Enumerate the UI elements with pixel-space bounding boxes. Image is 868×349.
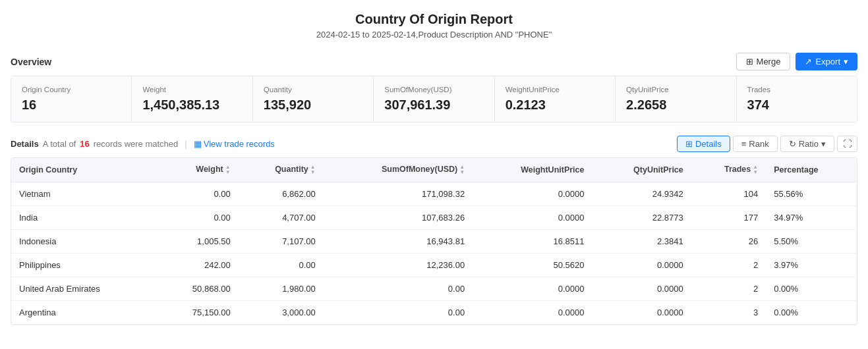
tab-rank[interactable]: ≡ Rank bbox=[733, 136, 778, 152]
stat-card-qtyunitprice: QtyUnitPrice 2.2658 bbox=[616, 76, 736, 122]
col-header-weight_unit_price: WeightUnitPrice bbox=[473, 158, 592, 182]
overview-actions: ⊞ Merge ↗ Export ▾ bbox=[736, 53, 857, 70]
cell-weight: 1,005.50 bbox=[157, 230, 238, 254]
cell-qty_unit_price: 22.8773 bbox=[592, 206, 691, 230]
cell-qty_unit_price: 0.0000 bbox=[592, 277, 691, 301]
overview-bar: Overview ⊞ Merge ↗ Export ▾ bbox=[0, 46, 868, 76]
details-bar: Details A total of 16 records were match… bbox=[0, 130, 868, 157]
stat-value: 16 bbox=[22, 97, 121, 113]
col-header-origin_country: Origin Country bbox=[11, 158, 157, 182]
cell-sum_of_money: 0.00 bbox=[324, 277, 473, 301]
col-header-sum_of_money[interactable]: SumOfMoney(USD)▲▼ bbox=[324, 158, 473, 182]
cell-percentage: 34.97% bbox=[766, 206, 857, 230]
cell-sum_of_money: 171,098.32 bbox=[324, 182, 473, 206]
tab-ratio[interactable]: ↻ Ratio ▾ bbox=[780, 136, 834, 152]
stat-label: Trades bbox=[747, 86, 846, 94]
cell-quantity: 6,862.00 bbox=[239, 182, 324, 206]
merge-button[interactable]: ⊞ Merge bbox=[736, 53, 791, 70]
col-header-quantity[interactable]: Quantity▲▼ bbox=[239, 158, 324, 182]
cell-weight_unit_price: 16.8511 bbox=[473, 230, 592, 254]
cell-qty_unit_price: 0.0000 bbox=[592, 254, 691, 277]
cell-percentage: 5.50% bbox=[766, 230, 857, 254]
cell-weight_unit_price: 0.0000 bbox=[473, 182, 592, 206]
stat-label: WeightUnitPrice bbox=[506, 86, 604, 94]
cell-quantity: 1,980.00 bbox=[239, 277, 324, 301]
ratio-icon: ↻ bbox=[789, 139, 796, 149]
cell-sum_of_money: 16,943.81 bbox=[324, 230, 473, 254]
cell-qty_unit_price: 2.3841 bbox=[592, 230, 691, 254]
details-right: ⊞ Details≡ Rank↻ Ratio ▾⛶ bbox=[677, 136, 857, 152]
overview-label: Overview bbox=[11, 57, 51, 67]
cell-weight: 50,868.00 bbox=[157, 277, 238, 301]
cell-percentage: 0.00% bbox=[766, 301, 857, 325]
cell-quantity: 7,107.00 bbox=[239, 230, 324, 254]
stat-label: Quantity bbox=[264, 86, 362, 94]
stat-label: SumOfMoney(USD) bbox=[384, 86, 483, 94]
details-left: Details A total of 16 records were match… bbox=[11, 139, 275, 149]
cell-weight_unit_price: 0.0000 bbox=[473, 301, 592, 325]
cell-weight: 0.00 bbox=[157, 182, 238, 206]
table-row: Argentina75,150.003,000.000.000.00000.00… bbox=[11, 301, 857, 325]
fullscreen-icon: ⛶ bbox=[843, 139, 852, 149]
cell-origin_country: Philippines bbox=[11, 254, 157, 277]
table-row: Philippines242.000.0012,236.0050.56200.0… bbox=[11, 254, 857, 277]
cell-trades: 2 bbox=[691, 277, 766, 301]
stat-value: 374 bbox=[747, 97, 846, 113]
cell-quantity: 4,707.00 bbox=[239, 206, 324, 230]
cell-origin_country: Argentina bbox=[11, 301, 157, 325]
col-header-percentage: Percentage bbox=[766, 158, 857, 182]
stat-value: 1,450,385.13 bbox=[142, 97, 241, 113]
cell-trades: 2 bbox=[691, 254, 766, 277]
cell-sum_of_money: 107,683.26 bbox=[324, 206, 473, 230]
cell-weight_unit_price: 0.0000 bbox=[473, 206, 592, 230]
cell-origin_country: United Arab Emirates bbox=[11, 277, 157, 301]
col-header-weight[interactable]: Weight▲▼ bbox=[157, 158, 238, 182]
data-table-wrap: Origin CountryWeight▲▼Quantity▲▼SumOfMon… bbox=[11, 157, 857, 325]
merge-icon: ⊞ bbox=[746, 57, 753, 67]
export-button[interactable]: ↗ Export ▾ bbox=[796, 53, 857, 70]
export-icon: ↗ bbox=[805, 57, 812, 67]
stat-card-trades: Trades 374 bbox=[737, 76, 857, 122]
rank-icon: ≡ bbox=[741, 139, 747, 149]
sort-icons: ▲▼ bbox=[310, 165, 316, 175]
table-row: United Arab Emirates50,868.001,980.000.0… bbox=[11, 277, 857, 301]
cell-weight_unit_price: 0.0000 bbox=[473, 277, 592, 301]
stat-card-sumofmoney-usd-: SumOfMoney(USD) 307,961.39 bbox=[374, 76, 494, 122]
stat-value: 0.2123 bbox=[506, 97, 604, 113]
tab-details[interactable]: ⊞ Details bbox=[677, 136, 730, 152]
cell-quantity: 3,000.00 bbox=[239, 301, 324, 325]
col-header-trades[interactable]: Trades▲▼ bbox=[691, 158, 766, 182]
divider: | bbox=[185, 139, 187, 149]
cell-percentage: 0.00% bbox=[766, 277, 857, 301]
stat-card-origin-country: Origin Country 16 bbox=[11, 76, 132, 122]
cell-qty_unit_price: 24.9342 bbox=[592, 182, 691, 206]
details-label: Details bbox=[11, 139, 39, 149]
details-total-text: A total of bbox=[43, 139, 76, 149]
cell-quantity: 0.00 bbox=[239, 254, 324, 277]
fullscreen-button[interactable]: ⛶ bbox=[837, 136, 857, 152]
cell-weight_unit_price: 50.5620 bbox=[473, 254, 592, 277]
col-header-qty_unit_price: QtyUnitPrice bbox=[592, 158, 691, 182]
stat-label: Origin Country bbox=[22, 86, 121, 94]
cell-trades: 104 bbox=[691, 182, 766, 206]
cell-weight: 75,150.00 bbox=[157, 301, 238, 325]
table-row: Vietnam0.006,862.00171,098.320.000024.93… bbox=[11, 182, 857, 206]
cell-trades: 3 bbox=[691, 301, 766, 325]
chevron-down-icon: ▾ bbox=[844, 57, 848, 67]
stat-value: 135,920 bbox=[264, 97, 362, 113]
details-icon: ⊞ bbox=[685, 139, 693, 149]
stat-card-weightunitprice: WeightUnitPrice 0.2123 bbox=[495, 76, 616, 122]
cell-weight: 242.00 bbox=[157, 254, 238, 277]
cell-weight: 0.00 bbox=[157, 206, 238, 230]
view-trade-records-link[interactable]: ▦ View trade records bbox=[194, 139, 275, 149]
stats-row: Origin Country 16 Weight 1,450,385.13 Qu… bbox=[11, 76, 857, 122]
table-row: Indonesia1,005.507,107.0016,943.8116.851… bbox=[11, 230, 857, 254]
cell-qty_unit_price: 0.0000 bbox=[592, 301, 691, 325]
report-title: Country Of Origin Report bbox=[0, 12, 868, 27]
cell-sum_of_money: 12,236.00 bbox=[324, 254, 473, 277]
stat-label: QtyUnitPrice bbox=[626, 86, 725, 94]
stat-value: 2.2658 bbox=[626, 97, 725, 113]
report-subtitle: 2024-02-15 to 2025-02-14,Product Descrip… bbox=[0, 30, 868, 40]
table-icon: ▦ bbox=[194, 139, 202, 149]
stat-card-weight: Weight 1,450,385.13 bbox=[132, 76, 252, 122]
